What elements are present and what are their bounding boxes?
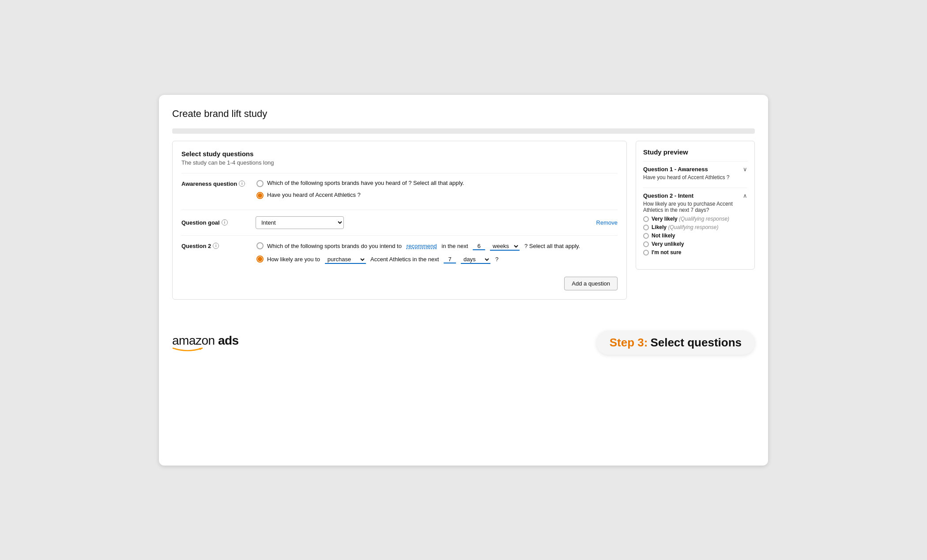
q2-option-1-text: Which of the following sports brands do …: [267, 242, 580, 251]
preview-radio-circle: [643, 241, 649, 247]
preview-option-text: Not likely: [652, 233, 675, 239]
q2-o1-action: recommend: [407, 243, 437, 249]
awareness-option-2-text: Have you heard of Accent Athletics ?: [267, 192, 361, 198]
preview-q2-option-item: I'm not sure: [643, 249, 747, 256]
awareness-option-1: Which of the following sports brands hav…: [256, 180, 618, 187]
preview-q2-options: Very likely (Qualifying response)Likely …: [643, 216, 747, 256]
q2-o1-number-input[interactable]: [473, 243, 485, 250]
step-badge: Step 3: Select questions: [596, 331, 755, 355]
awareness-option-1-text: Which of the following sports brands hav…: [267, 180, 464, 186]
goal-label: Question goal i: [181, 219, 252, 226]
awareness-options: Which of the following sports brands hav…: [256, 180, 618, 203]
q2-label: Question 2 i: [181, 242, 252, 249]
left-panel: Select study questions The study can be …: [172, 141, 627, 300]
preview-q1-chevron[interactable]: ∨: [743, 166, 747, 173]
q2-o2-prefix: How likely are you to: [267, 256, 320, 263]
preview-q2-option-item: Very unlikely: [643, 241, 747, 247]
awareness-question-row: Awareness question i Which of the follow…: [181, 173, 618, 210]
step-description: Select questions: [650, 336, 742, 350]
preview-q1-label: Question 1 - Awareness: [643, 166, 708, 173]
q2-o2-suffix: ?: [495, 256, 498, 263]
preview-option-text: I'm not sure: [652, 249, 682, 256]
preview-radio-circle: [643, 233, 649, 239]
preview-q2-label: Question 2 - Intent: [643, 192, 693, 199]
q2-option-1: Which of the following sports brands do …: [256, 242, 618, 251]
study-preview-title: Study preview: [643, 148, 747, 156]
preview-option-text: Very likely (Qualifying response): [652, 216, 729, 222]
section-title: Select study questions: [181, 150, 618, 158]
step-number: Step 3:: [610, 336, 648, 350]
amazon-smile-icon: [172, 347, 203, 352]
awareness-label: Awareness question i: [181, 180, 252, 187]
amazon-ads-text: amazon ads: [172, 334, 239, 348]
goal-row: Question goal i Intent Awareness Favorab…: [181, 210, 618, 235]
preview-option-text: Very unlikely: [652, 241, 684, 247]
goal-info-icon[interactable]: i: [222, 219, 228, 226]
add-question-button[interactable]: Add a question: [564, 277, 618, 290]
page-title: Create brand lift study: [172, 108, 755, 120]
preview-radio-circle: [643, 250, 649, 256]
q2-o2-brand: Accent Athletics in the next: [370, 256, 439, 263]
q2-label-row: Question 2 i Which of the following spor…: [181, 242, 618, 269]
q2-options: Which of the following sports brands do …: [256, 242, 618, 269]
footer: amazon ads Step 3: Select questions: [172, 326, 755, 355]
q2-info-icon[interactable]: i: [213, 243, 219, 249]
q2-o2-unit-select[interactable]: days weeks months: [461, 256, 490, 264]
q2-o2-number-input[interactable]: [444, 256, 456, 263]
preview-q1: Question 1 - Awareness ∨ Have you heard …: [643, 161, 747, 188]
content-layout: Select study questions The study can be …: [172, 141, 755, 300]
q2-option-2: How likely are you to purchase recommend…: [256, 255, 618, 264]
preview-q2-chevron[interactable]: ∧: [743, 192, 747, 199]
preview-q2-option-item: Very likely (Qualifying response): [643, 216, 747, 222]
q2-option-2-text: How likely are you to purchase recommend…: [267, 255, 498, 264]
q2-block: Question 2 i Which of the following spor…: [181, 235, 618, 271]
preview-q1-text: Have you heard of Accent Athletics ?: [643, 174, 747, 180]
preview-q2-option-item: Likely (Qualifying response): [643, 224, 747, 230]
main-card: Create brand lift study Select study que…: [159, 95, 768, 466]
preview-radio-circle: [643, 225, 649, 230]
preview-q2-text: How likely are you to purchase Accent At…: [643, 201, 747, 213]
preview-radio-circle: [643, 216, 649, 222]
progress-bar: [172, 128, 755, 134]
q2-o1-middle: in the next: [441, 243, 468, 249]
awareness-radio-2[interactable]: [256, 192, 264, 199]
preview-q1-header: Question 1 - Awareness ∨: [643, 166, 747, 173]
goal-select[interactable]: Intent Awareness Favorability Purchase i…: [256, 216, 344, 229]
q2-o2-action-select[interactable]: purchase recommend use: [325, 256, 366, 264]
q2-o1-suffix: ? Select all that apply.: [524, 243, 580, 249]
awareness-radio-1[interactable]: [256, 180, 264, 187]
q2-o1-prefix: Which of the following sports brands do …: [267, 243, 402, 249]
q2-o1-unit-select[interactable]: weeks days months: [490, 242, 520, 251]
preview-option-text: Likely (Qualifying response): [652, 224, 718, 230]
q2-radio-2[interactable]: [256, 256, 264, 263]
awareness-info-icon[interactable]: i: [239, 180, 245, 187]
right-panel: Study preview Question 1 - Awareness ∨ H…: [636, 141, 755, 270]
section-subtitle: The study can be 1-4 questions long: [181, 159, 618, 166]
q2-radio-1[interactable]: [256, 242, 264, 249]
preview-q2-option-item: Not likely: [643, 233, 747, 239]
preview-q2: Question 2 - Intent ∧ How likely are you…: [643, 188, 747, 262]
awareness-option-2: Have you heard of Accent Athletics ?: [256, 192, 618, 199]
remove-link[interactable]: Remove: [596, 219, 618, 226]
preview-q2-header: Question 2 - Intent ∧: [643, 192, 747, 199]
amazon-ads-logo: amazon ads: [172, 334, 239, 352]
